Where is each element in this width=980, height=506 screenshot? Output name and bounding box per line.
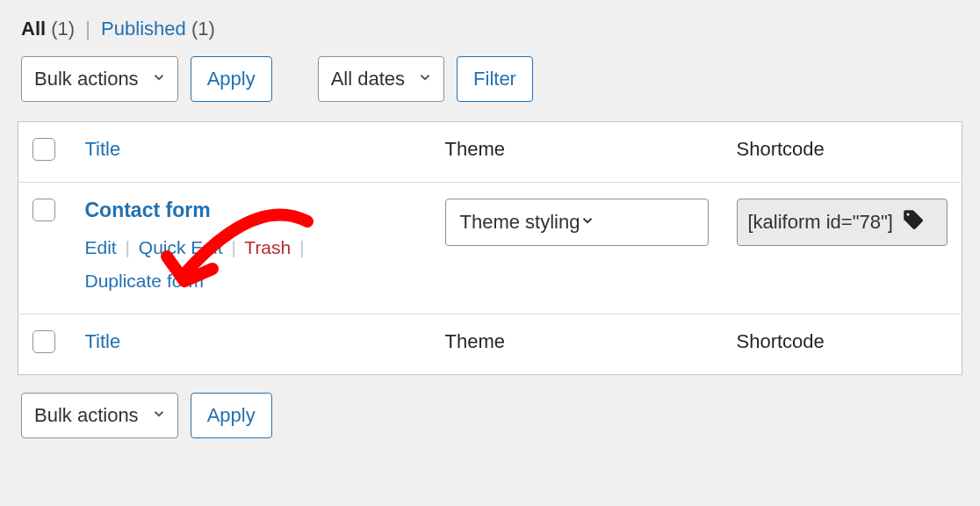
shortcode-copy-box[interactable]: [kaliform id="78"] bbox=[737, 199, 948, 246]
chevron-down-icon bbox=[580, 211, 595, 234]
chevron-down-icon bbox=[417, 68, 433, 90]
column-theme: Theme bbox=[431, 122, 723, 183]
edit-link[interactable]: Edit bbox=[85, 237, 117, 257]
select-all-header bbox=[18, 122, 71, 183]
status-published-label: Published bbox=[101, 18, 186, 40]
bottom-actions-row: Bulk actions Apply bbox=[21, 393, 962, 438]
status-filter-links: All (1) | Published (1) bbox=[18, 18, 962, 40]
row-checkbox[interactable] bbox=[32, 199, 55, 221]
chevron-down-icon bbox=[151, 404, 167, 427]
quick-edit-link[interactable]: Quick Edit bbox=[139, 237, 223, 257]
row-theme-cell: Theme styling bbox=[431, 183, 723, 314]
forms-table: Title Theme Shortcode Contact form Edit … bbox=[18, 121, 962, 375]
table-header-row: Title Theme Shortcode bbox=[18, 122, 962, 183]
select-all-checkbox[interactable] bbox=[32, 138, 55, 161]
form-title-link[interactable]: Contact form bbox=[85, 199, 211, 222]
status-published-count: (1) bbox=[191, 18, 215, 40]
select-all-checkbox-footer[interactable] bbox=[32, 330, 55, 353]
column-title[interactable]: Title bbox=[71, 122, 431, 183]
top-actions-row: Bulk actions Apply All dates Filter bbox=[21, 56, 962, 102]
bulk-actions-label-bottom: Bulk actions bbox=[34, 404, 139, 427]
chevron-down-icon bbox=[151, 68, 167, 90]
apply-bulk-button[interactable]: Apply bbox=[191, 56, 272, 102]
status-all-count: (1) bbox=[51, 18, 75, 40]
shortcode-value: [kaliform id="78"] bbox=[748, 211, 893, 234]
table-row: Contact form Edit | Quick Edit | Trash |… bbox=[18, 183, 962, 314]
row-shortcode-cell: [kaliform id="78"] bbox=[723, 183, 962, 314]
bulk-actions-select[interactable]: Bulk actions bbox=[21, 56, 178, 102]
column-theme-footer: Theme bbox=[431, 314, 723, 374]
select-all-footer bbox=[18, 314, 71, 374]
column-title-footer[interactable]: Title bbox=[71, 314, 431, 374]
column-shortcode: Shortcode bbox=[723, 122, 962, 183]
date-filter-select[interactable]: All dates bbox=[318, 56, 444, 102]
status-all-link[interactable]: All (1) bbox=[21, 18, 80, 40]
status-published-link[interactable]: Published (1) bbox=[101, 18, 215, 40]
row-title-cell: Contact form Edit | Quick Edit | Trash |… bbox=[71, 183, 431, 314]
date-filter-label: All dates bbox=[331, 68, 405, 90]
row-actions: Edit | Quick Edit | Trash | Duplicate fo… bbox=[85, 231, 417, 298]
status-all-label: All bbox=[21, 18, 46, 40]
bulk-actions-label: Bulk actions bbox=[34, 68, 139, 90]
table-footer-row: Title Theme Shortcode bbox=[18, 314, 962, 374]
filter-button[interactable]: Filter bbox=[457, 56, 533, 102]
duplicate-form-link[interactable]: Duplicate form bbox=[85, 271, 204, 291]
tag-icon bbox=[902, 208, 925, 236]
trash-link[interactable]: Trash bbox=[244, 237, 291, 257]
theme-select[interactable]: Theme styling bbox=[445, 199, 709, 246]
apply-bulk-button-bottom[interactable]: Apply bbox=[191, 393, 272, 438]
bulk-actions-select-bottom[interactable]: Bulk actions bbox=[21, 393, 178, 438]
theme-select-value: Theme styling bbox=[460, 211, 580, 234]
column-shortcode-footer: Shortcode bbox=[723, 314, 962, 374]
row-checkbox-cell bbox=[18, 183, 71, 314]
status-separator: | bbox=[85, 18, 90, 40]
